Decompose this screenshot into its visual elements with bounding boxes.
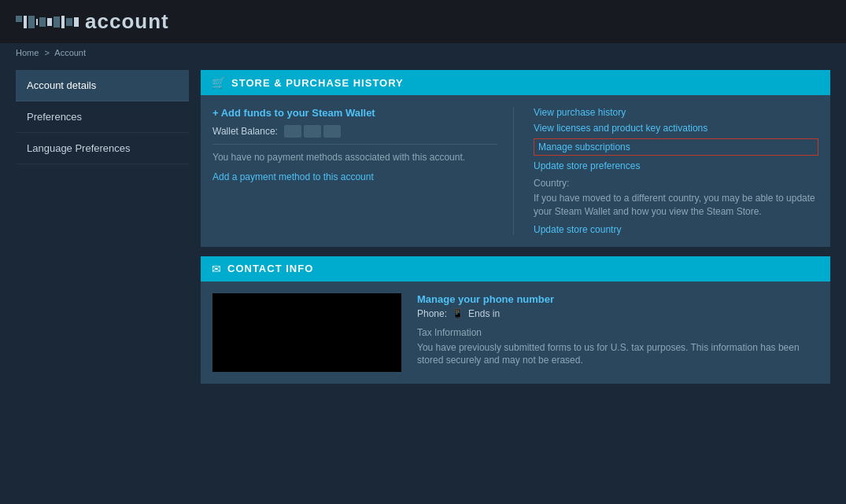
store-section-body: + Add funds to your Steam Wallet Wallet … bbox=[201, 95, 830, 247]
store-header-title: STORE & PURCHASE HISTORY bbox=[231, 77, 404, 89]
view-purchase-history-link[interactable]: View purchase history bbox=[534, 107, 818, 118]
store-section: 🛒 STORE & PURCHASE HISTORY + Add funds t… bbox=[201, 70, 830, 247]
logo-block-5 bbox=[39, 17, 46, 27]
sidebar: Account details Preferences Language Pre… bbox=[16, 70, 189, 495]
store-right-links: View purchase history View licenses and … bbox=[534, 107, 818, 171]
tax-info-desc: You have previously submitted forms to u… bbox=[417, 341, 818, 368]
add-payment-link[interactable]: Add a payment method to this account bbox=[212, 171, 374, 182]
logo-block-6 bbox=[47, 18, 52, 26]
manage-subscriptions-link[interactable]: Manage subscriptions bbox=[534, 138, 818, 156]
content-area: 🛒 STORE & PURCHASE HISTORY + Add funds t… bbox=[201, 70, 830, 495]
breadcrumb: Home > Account bbox=[0, 43, 846, 62]
logo-block-1 bbox=[16, 16, 22, 22]
steam-logo: account bbox=[16, 9, 169, 34]
breadcrumb-separator: > bbox=[44, 48, 49, 57]
country-desc: If you have moved to a different country… bbox=[534, 192, 818, 219]
divider-1 bbox=[212, 144, 497, 145]
logo-block-9 bbox=[66, 18, 72, 26]
contact-section: ✉ CONTACT INFO Manage your phone number … bbox=[201, 256, 830, 384]
logo-block-4 bbox=[36, 19, 38, 25]
phone-icon: 📱 bbox=[452, 308, 464, 319]
store-section-header: 🛒 STORE & PURCHASE HISTORY bbox=[201, 70, 830, 95]
wallet-balance-row: Wallet Balance: bbox=[212, 125, 497, 138]
sidebar-label-account-details: Account details bbox=[27, 79, 96, 91]
wallet-icon-1 bbox=[284, 125, 301, 138]
sidebar-item-preferences[interactable]: Preferences bbox=[16, 101, 189, 133]
contact-body: Manage your phone number Phone: 📱 Ends i… bbox=[201, 281, 830, 384]
breadcrumb-home[interactable]: Home bbox=[16, 48, 39, 57]
main-container: Account details Preferences Language Pre… bbox=[0, 62, 846, 502]
tax-info-label: Tax Information bbox=[417, 327, 818, 338]
wallet-icons bbox=[284, 125, 341, 138]
wallet-balance-label: Wallet Balance: bbox=[212, 126, 278, 137]
contact-section-header: ✉ CONTACT INFO bbox=[201, 256, 830, 281]
logo-block-3 bbox=[28, 16, 35, 28]
logo-block-7 bbox=[54, 17, 60, 28]
logo-blocks bbox=[16, 16, 79, 28]
manage-phone-link[interactable]: Manage your phone number bbox=[417, 293, 554, 305]
wallet-icon-2 bbox=[304, 125, 321, 138]
update-store-country-link[interactable]: Update store country bbox=[534, 224, 621, 235]
contact-right: Manage your phone number Phone: 📱 Ends i… bbox=[417, 293, 818, 372]
sidebar-label-preferences: Preferences bbox=[27, 111, 82, 123]
app-title: account bbox=[85, 9, 169, 34]
store-icon: 🛒 bbox=[212, 76, 225, 89]
contact-header-title: CONTACT INFO bbox=[227, 263, 313, 274]
no-payment-text: You have no payment methods associated w… bbox=[212, 151, 497, 164]
sidebar-item-language-preferences[interactable]: Language Preferences bbox=[16, 133, 189, 164]
view-licenses-link[interactable]: View licenses and product key activation… bbox=[534, 123, 818, 134]
ends-in-badge: Ends in bbox=[468, 308, 500, 319]
contact-image bbox=[212, 293, 401, 372]
logo-block-8 bbox=[61, 16, 65, 28]
phone-row: Phone: 📱 Ends in bbox=[417, 308, 818, 319]
logo-block-2 bbox=[24, 16, 27, 28]
wallet-icon-3 bbox=[323, 125, 341, 138]
sidebar-item-account-details[interactable]: Account details bbox=[16, 70, 189, 101]
top-bar: account bbox=[0, 0, 846, 43]
update-store-prefs-link[interactable]: Update store preferences bbox=[534, 160, 818, 171]
breadcrumb-current: Account bbox=[54, 48, 86, 57]
store-right: View purchase history View licenses and … bbox=[530, 107, 818, 235]
contact-icon: ✉ bbox=[212, 263, 221, 275]
phone-label: Phone: bbox=[417, 308, 447, 319]
logo-block-10 bbox=[74, 17, 79, 27]
store-left: + Add funds to your Steam Wallet Wallet … bbox=[212, 107, 514, 235]
country-label: Country: bbox=[534, 178, 818, 189]
add-funds-link[interactable]: + Add funds to your Steam Wallet bbox=[212, 107, 375, 119]
sidebar-label-language-preferences: Language Preferences bbox=[27, 142, 131, 154]
